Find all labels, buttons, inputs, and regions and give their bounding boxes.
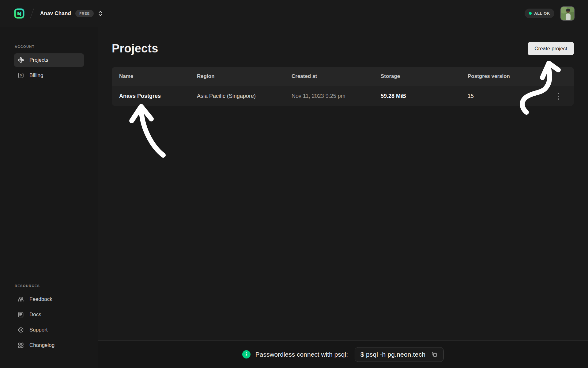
billing-icon: $: [17, 72, 24, 79]
sidebar: ACCOUNT Projects $: [0, 27, 98, 368]
docs-icon: [17, 311, 24, 318]
plan-badge: FREE: [75, 10, 94, 17]
sidebar-item-projects[interactable]: Projects: [14, 53, 84, 67]
table-header-row: Name Region Created at Storage Postgres …: [112, 67, 574, 86]
feedback-icon: [17, 296, 24, 303]
account-name: Anav Chand: [40, 10, 71, 17]
svg-text:$: $: [20, 73, 22, 77]
sidebar-item-feedback[interactable]: Feedback: [14, 293, 84, 306]
column-header-storage: Storage: [381, 73, 468, 79]
project-storage: 59.28 MiB: [381, 93, 468, 99]
info-icon: i: [242, 350, 251, 358]
project-name[interactable]: Anavs Postgres: [119, 93, 197, 99]
project-region: Asia Pacific (Singapore): [197, 93, 292, 99]
psql-hint-label: Passwordless connect with psql:: [255, 351, 348, 358]
neon-logo-icon: [14, 8, 24, 19]
column-header-name: Name: [119, 73, 197, 79]
sidebar-item-label: Docs: [29, 312, 41, 318]
neon-logo[interactable]: [14, 8, 24, 19]
topbar: Anav Chand FREE ALL OK: [0, 0, 588, 27]
projects-icon: [17, 57, 24, 63]
row-actions-button[interactable]: [556, 91, 561, 102]
changelog-icon: [17, 342, 24, 349]
psql-footer-bar: i Passwordless connect with psql: $ psql…: [98, 340, 588, 368]
system-status-pill[interactable]: ALL OK: [525, 9, 554, 18]
status-label: ALL OK: [534, 11, 550, 16]
sidebar-item-changelog[interactable]: Changelog: [14, 339, 84, 352]
copy-icon[interactable]: [430, 350, 439, 358]
kebab-dot: [558, 93, 559, 94]
user-avatar[interactable]: [560, 6, 575, 21]
column-header-created-at: Created at: [292, 73, 381, 79]
sidebar-section-resources: RESOURCES: [15, 284, 84, 288]
page-title: Projects: [112, 42, 158, 55]
sidebar-item-label: Feedback: [29, 296, 52, 302]
table-row[interactable]: Anavs Postgres Asia Pacific (Singapore) …: [112, 86, 574, 106]
column-header-postgres-version: Postgres version: [468, 73, 553, 79]
sidebar-item-billing[interactable]: $ Billing: [14, 69, 84, 82]
project-postgres-version: 15: [468, 93, 553, 99]
project-created-at: Nov 11, 2023 9:25 pm: [292, 93, 381, 99]
sidebar-item-support[interactable]: Support: [14, 323, 84, 337]
column-header-region: Region: [197, 73, 292, 79]
sidebar-resources-section: RESOURCES Feedback: [14, 284, 84, 354]
kebab-dot: [558, 96, 559, 97]
psql-command-box[interactable]: $ psql -h pg.neon.tech: [355, 347, 444, 362]
create-project-button[interactable]: Create project: [528, 42, 574, 55]
account-switcher[interactable]: Anav Chand FREE: [40, 10, 103, 17]
avatar-photo: [561, 7, 575, 21]
sidebar-item-label: Projects: [29, 57, 48, 63]
sidebar-section-account: ACCOUNT: [15, 45, 84, 48]
sidebar-item-docs[interactable]: Docs: [14, 308, 84, 321]
psql-command: $ psql -h pg.neon.tech: [360, 351, 425, 358]
sidebar-item-label: Changelog: [29, 342, 55, 348]
sidebar-item-label: Support: [29, 327, 48, 333]
breadcrumb-separator: [30, 8, 34, 19]
projects-table: Name Region Created at Storage Postgres …: [112, 67, 574, 106]
main-content: Projects Create project Name Region Crea…: [98, 27, 588, 368]
sidebar-item-label: Billing: [29, 72, 43, 79]
support-icon: [17, 327, 24, 333]
status-green-dot-icon: [529, 12, 532, 15]
kebab-dot: [558, 98, 559, 100]
chevron-up-down-icon: [98, 10, 103, 17]
